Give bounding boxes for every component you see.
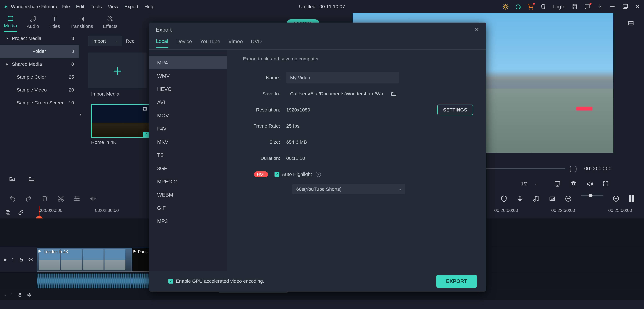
- music-icon[interactable]: [532, 195, 540, 202]
- audio-clip[interactable]: [37, 273, 132, 288]
- fullscreen-icon[interactable]: [602, 181, 609, 187]
- export-tab-youtube[interactable]: YouTube: [200, 39, 220, 48]
- svg-rect-16: [20, 259, 22, 261]
- monitor-icon[interactable]: [554, 181, 560, 187]
- name-input[interactable]: My Video: [286, 72, 399, 84]
- browse-folder-icon[interactable]: [391, 91, 397, 97]
- export-tab-device[interactable]: Device: [176, 39, 192, 48]
- preview-pager[interactable]: 1/2 ⌄: [521, 181, 538, 187]
- format-f4v[interactable]: F4V: [150, 122, 227, 135]
- tips-icon[interactable]: [502, 4, 509, 10]
- sidebar-item-shared-media[interactable]: ▸ Shared Media 0: [0, 58, 78, 71]
- volume-icon[interactable]: [586, 181, 593, 187]
- gpu-checkbox[interactable]: ✓: [168, 279, 173, 283]
- format-ts[interactable]: TS: [150, 149, 227, 162]
- mark-in-icon[interactable]: {: [569, 165, 572, 172]
- audio-wave-icon[interactable]: [90, 195, 96, 202]
- collapse-sidebar-icon[interactable]: ◂: [78, 111, 82, 118]
- saveto-path[interactable]: C:/Users/Eka/Documents/Wondershare/Wo: [286, 88, 389, 100]
- settings-button[interactable]: SETTINGS: [437, 105, 473, 115]
- tab-titles[interactable]: Titles: [48, 16, 60, 32]
- export-tab-local[interactable]: Local: [156, 38, 168, 48]
- highlight-preset-select[interactable]: 60s(YouTube Shorts) ⌄: [292, 184, 405, 194]
- message-icon[interactable]: [584, 4, 590, 10]
- clip-thumbnail[interactable]: ✓: [91, 104, 150, 138]
- sidebar-item-sample-color[interactable]: Sample Color 25: [0, 71, 78, 84]
- sidebar-item-folder[interactable]: Folder 3: [0, 45, 78, 58]
- timeline-clip-paris[interactable]: ▶ Paris: [132, 248, 150, 272]
- format-gif[interactable]: GIF: [150, 201, 227, 215]
- format-hevc[interactable]: HEVC: [150, 83, 227, 96]
- format-3gp[interactable]: 3GP: [150, 162, 227, 175]
- zoom-slider[interactable]: [581, 195, 604, 196]
- format-mpeg2[interactable]: MPEG-2: [150, 175, 227, 188]
- format-mov[interactable]: MOV: [150, 109, 227, 122]
- cart-icon[interactable]: [528, 4, 534, 10]
- framerate-label: Frame Rate:: [243, 123, 286, 129]
- cut-icon[interactable]: [57, 195, 64, 202]
- media-clip-tile[interactable]: ✓ Rome in 4K: [91, 104, 150, 145]
- tab-audio[interactable]: Audio: [27, 16, 39, 32]
- menu-edit[interactable]: Edit: [76, 4, 84, 9]
- menu-file[interactable]: File: [62, 4, 70, 9]
- format-mkv[interactable]: MKV: [150, 135, 227, 149]
- mark-out-icon[interactable]: }: [575, 165, 577, 172]
- lock-icon[interactable]: [18, 293, 22, 297]
- eye-icon[interactable]: [28, 257, 34, 262]
- camera-icon[interactable]: [570, 181, 577, 187]
- speaker-icon[interactable]: [27, 292, 32, 297]
- auto-highlight-checkbox[interactable]: ✓: [274, 172, 279, 177]
- tab-media[interactable]: Media: [4, 15, 17, 32]
- marker-icon[interactable]: [500, 195, 508, 202]
- link-icon[interactable]: [18, 209, 24, 215]
- layout-icon[interactable]: [627, 20, 634, 27]
- sidebar-item-sample-green[interactable]: Sample Green Screen 10: [0, 96, 78, 109]
- format-webm[interactable]: WEBM: [150, 188, 227, 201]
- import-dropdown[interactable]: Import ⌄: [88, 36, 122, 46]
- format-avi[interactable]: AVI: [150, 96, 227, 109]
- delete-icon[interactable]: [540, 4, 546, 10]
- tab-transitions[interactable]: Transitions: [70, 16, 93, 32]
- new-folder-icon[interactable]: [9, 176, 16, 182]
- undo-icon[interactable]: [9, 195, 16, 202]
- timeline-clip-london[interactable]: ▶ London in 4K: [37, 248, 132, 272]
- minimize-icon[interactable]: [609, 4, 616, 10]
- dialog-close-icon[interactable]: ✕: [474, 26, 480, 33]
- maximize-icon[interactable]: [622, 4, 628, 10]
- login-button[interactable]: LogIn: [552, 4, 566, 10]
- save-icon[interactable]: [572, 4, 578, 10]
- sidebar-item-sample-video[interactable]: Sample Video 20: [0, 84, 78, 96]
- export-button[interactable]: EXPORT: [436, 275, 477, 288]
- gpu-checkbox-row[interactable]: ✓ Enable GPU accelerated video encoding.: [168, 278, 264, 284]
- tab-effects-label: Effects: [103, 24, 118, 29]
- mic-icon[interactable]: [516, 195, 524, 202]
- menu-tools[interactable]: Tools: [90, 4, 102, 9]
- record-button[interactable]: Rec: [126, 38, 134, 44]
- format-mp4[interactable]: MP4: [150, 56, 227, 69]
- format-wmv[interactable]: WMV: [150, 69, 227, 83]
- fit-icon[interactable]: [628, 195, 634, 202]
- close-icon[interactable]: [634, 4, 641, 10]
- help-icon[interactable]: ?: [316, 172, 321, 177]
- menu-export[interactable]: Export: [124, 4, 138, 9]
- import-media-tile[interactable]: ＋: [88, 53, 146, 88]
- export-tab-vimeo[interactable]: Vimeo: [228, 39, 243, 48]
- export-tab-dvd[interactable]: DVD: [251, 39, 262, 48]
- format-mp3[interactable]: MP3: [150, 215, 227, 228]
- adjust-icon[interactable]: [74, 195, 80, 202]
- redo-icon[interactable]: [25, 195, 32, 202]
- tab-effects[interactable]: Effects: [103, 16, 118, 32]
- crop-icon[interactable]: [549, 195, 556, 202]
- chevron-down-icon[interactable]: ⌄: [534, 181, 538, 187]
- support-icon[interactable]: [515, 4, 521, 10]
- copy-icon[interactable]: [5, 209, 11, 215]
- menu-help[interactable]: Help: [144, 4, 154, 9]
- download-icon[interactable]: [597, 4, 603, 10]
- zoom-in-icon[interactable]: [612, 195, 620, 202]
- menu-view[interactable]: View: [108, 4, 118, 9]
- folder-icon[interactable]: [28, 176, 35, 182]
- lock-icon[interactable]: [19, 257, 24, 262]
- zoom-out-icon[interactable]: [565, 195, 572, 202]
- trash-icon[interactable]: [41, 195, 48, 202]
- sidebar-item-project-media[interactable]: ▾ Project Media 3: [0, 32, 78, 45]
